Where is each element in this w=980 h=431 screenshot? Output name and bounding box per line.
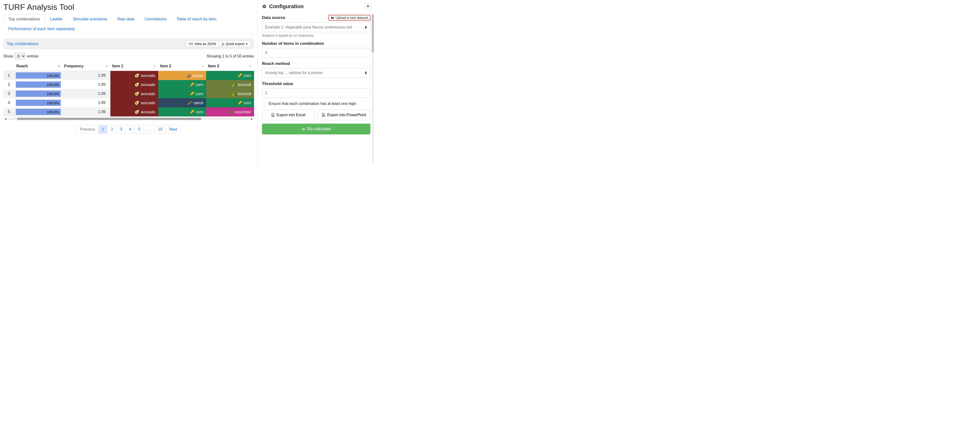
num-items-label: Number of items in combination [262,41,371,46]
upload-label: Upload a new dataset [336,16,368,20]
subheader-title: Top combinations [7,42,38,46]
pagination-page-10[interactable]: 10 [154,125,166,134]
avocado-icon: 🥑 [135,101,139,105]
reach-cell: 100.0% [14,80,62,89]
corn-icon: 🌽 [237,101,242,105]
pagination-page-1[interactable]: 1 [99,125,108,134]
checkbox-label: Ensure that each combination has at leas… [269,102,357,106]
sidebar-title: Configuration [269,3,304,10]
recalculate-label: Re-calculate [307,126,331,131]
item-cell-broccoli: 🥦broccoli [206,80,254,89]
subheader-actions: </> View as JSON Quick export ▼ [186,41,251,47]
gear-icon [262,4,267,9]
col-item-3[interactable]: Item 3▲▼ [206,62,254,71]
reach-method-select[interactable]: Among top ... options for a person ▲▼ [262,68,371,78]
file-ppt-icon [322,113,325,117]
pagination-page-3[interactable]: 3 [116,125,126,134]
scroll-thumb[interactable] [17,118,201,120]
export-excel-label: Export into Excel [277,113,305,117]
item-cell-avocado: 🥑avocado [110,89,158,98]
threshold-label: Threshold value [262,81,371,86]
recalculate-button[interactable]: Re-calculate [262,124,371,134]
col-index [3,62,14,71]
item-cell-broccoli: 🥦broccoli [206,89,254,98]
col-item-2[interactable]: Item 2▲▼ [158,62,206,71]
scroll-left-icon[interactable]: ◀ [3,117,8,121]
pagination-next[interactable]: Next [166,125,181,134]
num-items-input[interactable] [262,48,371,57]
table-row: 5100.0%1.09🥑avocado🌽corn🥒cucumber [3,107,254,117]
tab-performance-of-each-item-separately[interactable]: Performance of each item separately [3,24,80,34]
export-excel-button[interactable]: Export into Excel [262,110,315,120]
row-index: 5 [3,107,14,117]
broccoli-icon: 🥦 [232,92,237,96]
scroll-right-icon[interactable]: ▶ [250,117,254,121]
tab-correlations[interactable]: Correlations [140,14,172,24]
quick-export-button[interactable]: Quick export ▼ [219,41,251,47]
broccoli-icon: 🥦 [232,83,237,87]
pagination-page-4[interactable]: 4 [126,125,135,134]
tab-ladder[interactable]: Ladder [45,14,68,24]
results-table: Reach▲▼Frequency▲▼Item 1▲▼Item 2▲▼Item 3… [3,62,254,117]
row-index: 1 [3,71,14,80]
horizontal-scrollbar[interactable]: ◀ ▶ [3,117,254,120]
data-source-select[interactable]: Example 1: Vegetable juice flavour prefe… [262,22,371,32]
download-icon [221,42,224,46]
item-cell-corn: 🌽corn [158,89,206,98]
data-source-field: Data source Upload a new dataset Example… [262,15,371,37]
item-cell-cucumber: 🥒cucumber [206,107,254,117]
tab-simulate-scenarios[interactable]: Simulate scenarios [68,14,112,24]
tab-top-combinations[interactable]: Top combinations [3,14,45,24]
reach-bar: 100.0% [16,81,61,88]
corn-icon: 🌽 [189,92,194,96]
reach-bar: 100.0% [16,109,61,115]
col-reach[interactable]: Reach▲▼ [14,62,62,71]
arrow-right-icon [301,128,305,131]
table-row: 2100.0%1.09🥑avocado🌽corn🥦broccoli [3,80,254,89]
close-sidebar-button[interactable]: ✕ [365,3,371,10]
table-row: 4100.0%1.09🥑avocado🥕carrot🌽corn [3,98,254,107]
pagination: Previous12345…10Next [3,125,254,134]
table-row: 3100.0%1.09🥑avocado🌽corn🥦broccoli [3,89,254,98]
tab-raw-data[interactable]: Raw data [112,14,140,24]
reach-cell: 100.0% [14,98,62,107]
page-size-select[interactable]: 5 [14,53,25,60]
frequency-cell: 1.09 [62,98,110,107]
item-cell-corn: 🌽corn [206,98,254,107]
pagination-page-2[interactable]: 2 [107,125,117,134]
cucumber-icon: 🥒 [228,110,233,114]
item-cell-avocado: 🥑avocado [110,107,158,117]
reach-cell: 100.0% [14,89,62,98]
avocado-icon: 🥑 [135,83,139,87]
frequency-cell: 1.09 [62,107,110,117]
item-cell-avocado: 🥑avocado [110,80,158,89]
carrot-icon: 🥕 [187,101,192,105]
sidebar-scrollbar[interactable] [372,14,374,163]
corn-icon: 🌽 [237,73,242,78]
tabs-bar: Top combinationsLadderSimulate scenarios… [3,14,254,34]
checkbox-icon[interactable] [262,102,266,106]
view-as-json-button[interactable]: </> View as JSON [186,41,219,47]
sidebar-scroll-thumb[interactable] [372,14,374,53]
frequency-cell: 1.09 [62,80,110,89]
export-row: Export into Excel Export into PowerPoint [262,110,371,120]
col-frequency[interactable]: Frequency▲▼ [62,62,110,71]
entries-label: entries [27,54,38,59]
page-size-control: Show 5 entries [3,53,38,60]
ensure-checkbox-row[interactable]: Ensure that each combination has at leas… [262,102,371,106]
avocado-icon: 🥑 [135,110,139,114]
col-item-1[interactable]: Item 1▲▼ [110,62,158,71]
threshold-field: Threshold value [262,81,371,98]
tab-table-of-reach-by-item[interactable]: Table of reach by item [172,14,221,24]
caret-down-icon: ▼ [246,43,248,45]
scroll-track[interactable] [8,118,250,120]
export-ppt-button[interactable]: Export into PowerPoint [318,110,371,120]
pagination-ellipsis: … [144,125,155,134]
threshold-input[interactable] [262,88,371,98]
pagination-page-5[interactable]: 5 [135,125,144,134]
data-source-value: Example 1: Vegetable juice flavour prefe… [265,25,352,29]
upload-dataset-button[interactable]: Upload a new dataset [328,15,371,21]
svg-point-0 [323,115,324,116]
table-wrapper: Reach▲▼Frequency▲▼Item 1▲▼Item 2▲▼Item 3… [3,62,254,117]
subheader-bar: Top combinations </> View as JSON Quick … [3,38,254,49]
